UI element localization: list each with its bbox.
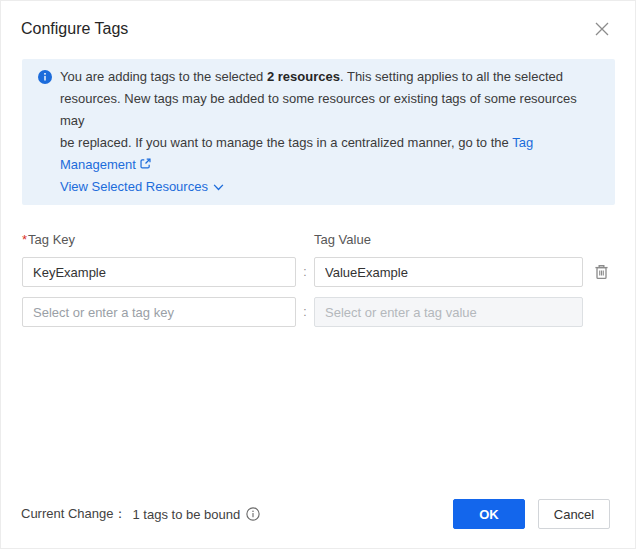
close-icon[interactable]: [593, 20, 611, 38]
dialog-title: Configure Tags: [21, 20, 128, 38]
cancel-button[interactable]: Cancel: [538, 499, 610, 529]
form-labels: *Tag Key Tag Value: [22, 232, 615, 247]
banner-line-5: View Selected Resources: [60, 176, 599, 198]
banner-line-3: be replaced. If you want to manage the t…: [60, 132, 599, 154]
banner-text: You are adding tags to the selected 2 re…: [60, 66, 599, 198]
trash-icon: [594, 268, 609, 283]
banner-line-2: resources. New tags may be added to some…: [60, 88, 599, 132]
configure-tags-dialog: Configure Tags You are adding tags to th…: [0, 0, 636, 549]
info-outline-icon[interactable]: [246, 507, 260, 521]
chevron-down-icon: [213, 184, 224, 191]
tag-value-input: [314, 297, 583, 327]
info-banner: You are adding tags to the selected 2 re…: [22, 59, 615, 205]
delete-tag-button[interactable]: [592, 262, 611, 282]
view-selected-resources-label: View Selected Resources: [60, 176, 208, 198]
tag-row: :: [22, 257, 615, 287]
external-link-icon[interactable]: [139, 157, 152, 170]
dialog-header: Configure Tags: [1, 1, 635, 38]
current-change-value: 1 tags to be bound: [133, 507, 241, 522]
tag-key-input[interactable]: [22, 297, 296, 327]
required-marker: *: [22, 232, 27, 247]
key-value-separator: :: [296, 265, 314, 279]
dialog-footer: Current Change： 1 tags to be bound OK Ca…: [1, 499, 635, 548]
tag-value-input[interactable]: [314, 257, 583, 287]
tag-management-link[interactable]: Management: [60, 157, 136, 172]
tag-row: :: [22, 297, 615, 327]
view-selected-resources-link[interactable]: View Selected Resources: [60, 176, 224, 198]
tag-management-link[interactable]: Tag: [512, 135, 533, 150]
banner-line-4: Management: [60, 154, 599, 176]
tag-key-label: *Tag Key: [22, 232, 314, 247]
current-change-status: Current Change： 1 tags to be bound: [21, 505, 260, 523]
ok-button[interactable]: OK: [453, 499, 525, 529]
tag-value-label: Tag Value: [314, 232, 371, 247]
banner-line-1: You are adding tags to the selected 2 re…: [60, 66, 599, 88]
key-value-separator: :: [296, 305, 314, 319]
footer-buttons: OK Cancel: [453, 499, 610, 529]
current-change-label: Current Change：: [21, 505, 127, 523]
tags-form: *Tag Key Tag Value : :: [22, 232, 615, 327]
tag-key-input[interactable]: [22, 257, 296, 287]
info-icon: [38, 70, 52, 198]
